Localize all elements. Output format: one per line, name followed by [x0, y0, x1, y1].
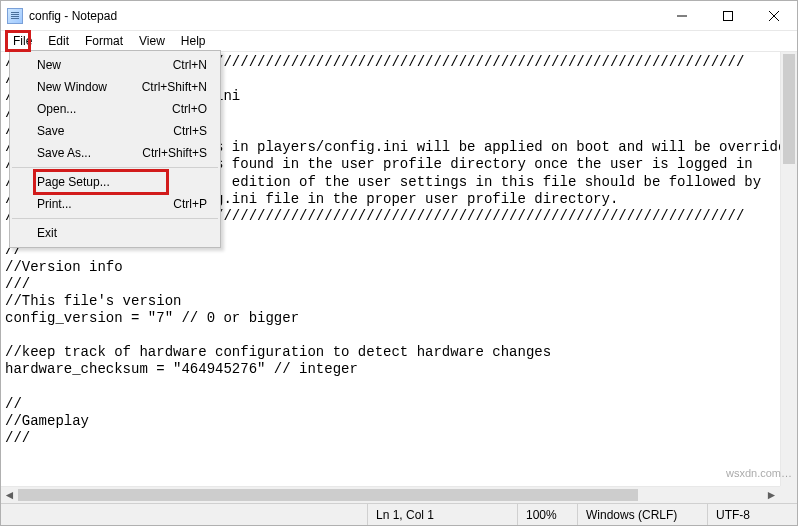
file-menu-save[interactable]: Save Ctrl+S — [11, 120, 219, 142]
menu-help[interactable]: Help — [173, 31, 214, 51]
titlebar: config - Notepad — [1, 1, 797, 31]
menu-file[interactable]: File — [5, 31, 40, 51]
statusbar: Ln 1, Col 1 100% Windows (CRLF) UTF-8 — [1, 503, 797, 525]
horizontal-scrollbar-thumb[interactable] — [18, 489, 638, 501]
minimize-button[interactable] — [659, 1, 705, 30]
menu-item-shortcut: Ctrl+P — [173, 197, 207, 211]
horizontal-scrollbar[interactable]: ◄ ► — [1, 486, 780, 503]
menu-item-label: Page Setup... — [37, 175, 110, 189]
file-menu-new[interactable]: New Ctrl+N — [11, 54, 219, 76]
menu-item-label: Open... — [37, 102, 76, 116]
menu-edit[interactable]: Edit — [40, 31, 77, 51]
notepad-app-icon — [7, 8, 23, 24]
menu-item-label: New — [37, 58, 61, 72]
vertical-scrollbar-thumb[interactable] — [783, 54, 795, 164]
status-position: Ln 1, Col 1 — [367, 504, 517, 525]
svg-rect-1 — [724, 11, 733, 20]
menu-item-label: Exit — [37, 226, 57, 240]
status-line-ending: Windows (CRLF) — [577, 504, 707, 525]
menu-item-label: Save As... — [37, 146, 91, 160]
scrollbar-corner — [780, 486, 797, 503]
menu-item-label: New Window — [37, 80, 107, 94]
status-zoom: 100% — [517, 504, 577, 525]
menu-format[interactable]: Format — [77, 31, 131, 51]
file-dropdown: New Ctrl+N New Window Ctrl+Shift+N Open.… — [9, 50, 221, 248]
scroll-right-arrow-icon[interactable]: ► — [763, 487, 780, 504]
file-menu-exit[interactable]: Exit — [11, 222, 219, 244]
scroll-left-arrow-icon[interactable]: ◄ — [1, 487, 18, 504]
menu-separator — [12, 218, 218, 219]
horizontal-scrollbar-track[interactable] — [18, 487, 763, 503]
file-menu-save-as[interactable]: Save As... Ctrl+Shift+S — [11, 142, 219, 164]
file-menu-page-setup[interactable]: Page Setup... — [11, 171, 219, 193]
menu-item-shortcut: Ctrl+N — [173, 58, 207, 72]
menu-item-shortcut: Ctrl+S — [173, 124, 207, 138]
watermark-text: wsxdn.com… — [726, 467, 792, 479]
file-menu-print[interactable]: Print... Ctrl+P — [11, 193, 219, 215]
menu-item-shortcut: Ctrl+O — [172, 102, 207, 116]
window-controls — [659, 1, 797, 30]
file-menu-new-window[interactable]: New Window Ctrl+Shift+N — [11, 76, 219, 98]
menu-separator — [12, 167, 218, 168]
menu-item-shortcut: Ctrl+Shift+S — [142, 146, 207, 160]
menu-view[interactable]: View — [131, 31, 173, 51]
close-button[interactable] — [751, 1, 797, 30]
menu-item-shortcut: Ctrl+Shift+N — [142, 80, 207, 94]
file-menu-open[interactable]: Open... Ctrl+O — [11, 98, 219, 120]
menu-item-label: Print... — [37, 197, 72, 211]
menu-item-label: Save — [37, 124, 64, 138]
maximize-button[interactable] — [705, 1, 751, 30]
window-title: config - Notepad — [29, 9, 117, 23]
menubar: File Edit Format View Help — [1, 31, 797, 51]
vertical-scrollbar[interactable] — [780, 52, 797, 486]
status-encoding: UTF-8 — [707, 504, 797, 525]
